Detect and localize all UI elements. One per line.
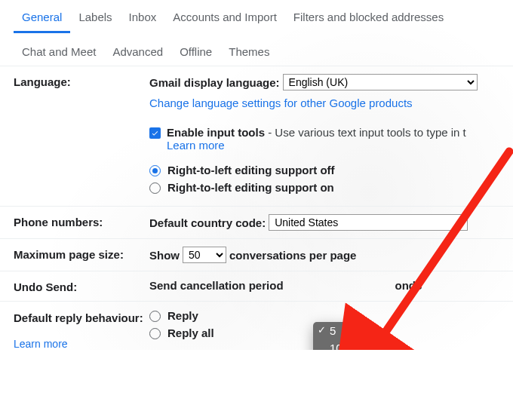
reply-radio[interactable] [149,311,161,322]
pagesize-suffix: conversations per page [229,249,356,262]
reply-label: Reply [167,309,198,322]
max-page-size-label: Maximum page size: [14,247,149,261]
phone-numbers-label: Phone numbers: [14,214,149,228]
input-tools-learn-more-link[interactable]: Learn more [167,139,225,152]
undo-suffix: onds [395,279,422,292]
tab-chat-meet[interactable]: Chat and Meet [14,39,104,66]
row-undo-send: Undo Send: Send cancellation period onds [0,271,513,301]
rtl-on-radio[interactable] [149,182,161,194]
page-size-select[interactable]: 50 [183,247,226,263]
undo-send-label: Undo Send: [14,279,149,293]
reply-all-label: Reply all [167,326,214,339]
check-icon [151,129,159,137]
tab-offline[interactable]: Offline [171,39,220,66]
default-reply-label: Default reply behaviour: [14,311,143,324]
pagesize-prefix: Show [149,249,180,262]
undo-option-5[interactable]: 5 [313,322,362,339]
display-language-select[interactable]: English (UK) [283,74,478,90]
rtl-on-label: Right-to-left editing support on [167,181,334,194]
tab-accounts-import[interactable]: Accounts and Import [164,5,285,33]
row-phone-numbers: Phone numbers: Default country code: Uni… [0,206,513,238]
enable-input-tools-label: Enable input tools [167,126,265,139]
undo-send-dropdown[interactable]: 5 10 20 30 [313,322,362,350]
reply-all-radio[interactable] [149,328,161,339]
settings-tabs-row1: General Labels Inbox Accounts and Import… [0,0,513,33]
undo-option-10[interactable]: 10 [313,339,362,350]
rtl-off-radio[interactable] [149,165,161,176]
settings-tabs-row2: Chat and Meet Advanced Offline Themes [0,33,513,66]
tab-labels[interactable]: Labels [70,5,120,33]
row-max-page-size: Maximum page size: Show 50 conversations… [0,238,513,271]
reply-learn-more-link[interactable]: Learn more [14,338,68,350]
tab-themes[interactable]: Themes [220,39,278,66]
enable-input-tools-desc: - Use various text input tools to type i… [265,126,466,139]
enable-input-tools-checkbox[interactable] [149,127,161,139]
tab-inbox[interactable]: Inbox [121,5,165,33]
row-language: Language: Gmail display language: Englis… [0,66,513,206]
language-label: Language: [14,74,149,88]
tab-filters-blocked[interactable]: Filters and blocked addresses [285,5,452,33]
undo-prefix: Send cancellation period [149,279,284,292]
rtl-off-label: Right-to-left editing support off [167,164,335,176]
country-code-select[interactable]: United States [269,214,468,231]
country-code-label: Default country code: [149,216,266,229]
tab-advanced[interactable]: Advanced [104,39,171,66]
tab-general[interactable]: General [14,5,70,33]
change-language-link[interactable]: Change language settings for other Googl… [149,97,413,109]
display-language-label: Gmail display language: [149,76,280,89]
row-default-reply: Default reply behaviour: Reply Reply all [0,301,513,341]
